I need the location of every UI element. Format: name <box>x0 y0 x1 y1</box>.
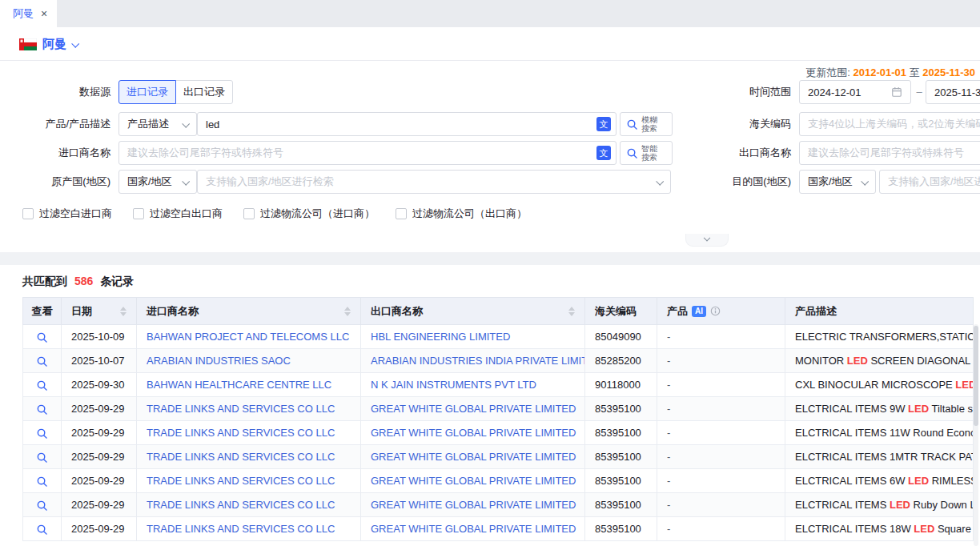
hs-code-input[interactable]: 支持4位以上海关编码，或2位海关编码加 <box>799 112 980 136</box>
origin-country-select[interactable]: 国家/地区 <box>118 170 197 194</box>
importer-link[interactable]: TRADE LINKS AND SERVICES CO LLC <box>147 523 335 535</box>
importer-link[interactable]: ARABIAN INDUSTRIES SAOC <box>147 355 291 367</box>
data-source-toggle: 进口记录 出口记录 <box>118 80 233 104</box>
exporter-link[interactable]: GREAT WHITE GLOBAL PRIVATE LIMITED <box>371 523 576 535</box>
checkbox-label: 过滤物流公司（出口商） <box>412 207 527 221</box>
exporter-label: 出口商名称 <box>701 141 791 165</box>
view-record-button[interactable] <box>36 403 48 416</box>
table-row: 2025-09-29 TRADE LINKS AND SERVICES CO L… <box>23 397 974 421</box>
table-row: 2025-09-29 TRADE LINKS AND SERVICES CO L… <box>23 421 974 445</box>
product-cell: - <box>657 493 785 517</box>
product-label: 产品/产品描述 <box>0 112 110 136</box>
description-cell: CXL BINOCULAR MICROSCOPE LED (... <box>785 373 974 397</box>
search-icon <box>626 118 638 130</box>
importer-link[interactable]: TRADE LINKS AND SERVICES CO LLC <box>147 475 335 487</box>
exporter-link[interactable]: GREAT WHITE GLOBAL PRIVATE LIMITED <box>371 499 576 511</box>
header-exporter[interactable]: 出口商名称 <box>361 298 585 325</box>
exporter-link[interactable]: ARABIAN INDUSTRIES INDIA PRIVATE LIMIT..… <box>371 355 585 367</box>
destination-country-label: 目的国(地区) <box>701 170 791 194</box>
tab-oman[interactable]: 阿曼 × <box>0 0 57 27</box>
exporter-link[interactable]: GREAT WHITE GLOBAL PRIVATE LIMITED <box>371 451 576 463</box>
product-type-select[interactable]: 产品描述 <box>118 112 197 136</box>
date-cell: 2025-09-29 <box>62 445 137 469</box>
product-cell: - <box>657 325 785 349</box>
exporter-link[interactable]: GREAT WHITE GLOBAL PRIVATE LIMITED <box>371 427 576 439</box>
tab-close-icon[interactable]: × <box>41 8 47 19</box>
chevron-down-icon <box>861 177 869 185</box>
sort-icon[interactable] <box>344 307 351 316</box>
info-icon[interactable] <box>710 306 721 316</box>
destination-country-input[interactable]: 支持输入国家/地区进行检索 <box>879 170 980 194</box>
scrollbar[interactable] <box>974 324 978 546</box>
table-body: 2025-10-09 BAHWAN PROJECT AND TELECOMS L… <box>23 325 974 541</box>
chevron-down-icon <box>71 40 79 48</box>
smart-search-button[interactable]: 智能 搜索 <box>620 141 673 165</box>
view-record-button[interactable] <box>36 428 48 440</box>
view-record-button[interactable] <box>36 379 48 391</box>
sort-icon[interactable] <box>120 307 127 316</box>
translate-icon[interactable]: 文 <box>596 117 611 131</box>
sort-icon[interactable] <box>568 307 575 316</box>
description-cell: ELCTRICAL ITEMS 9W LED Tiltable sp... <box>785 397 974 421</box>
header-view: 查看 <box>23 298 62 325</box>
header-date[interactable]: 日期 <box>62 298 137 325</box>
tab-label: 阿曼 <box>13 6 34 21</box>
exporter-link[interactable]: GREAT WHITE GLOBAL PRIVATE LIMITED <box>371 475 576 487</box>
view-record-button[interactable] <box>36 476 48 488</box>
view-record-button[interactable] <box>36 355 48 367</box>
fuzzy-search-button[interactable]: 模糊 搜索 <box>620 112 673 136</box>
collapse-filters-button[interactable] <box>685 234 729 247</box>
importer-link[interactable]: BAHWAN HEALTHCARE CENTRE LLC <box>147 379 331 391</box>
records-table: 查看 日期 进口商名称 <box>22 297 974 541</box>
exporter-placeholder: 建议去除公司尾部字符或特殊符号 <box>808 146 964 160</box>
country-selector[interactable]: 阿曼 <box>19 37 78 52</box>
update-range-start: 2012-01-01 <box>853 66 906 78</box>
hs-code-cell: 85395100 <box>585 517 657 541</box>
destination-country-select[interactable]: 国家/地区 <box>799 170 876 194</box>
date-cell: 2025-09-29 <box>62 493 137 517</box>
view-record-button[interactable] <box>36 331 48 343</box>
end-date-input[interactable]: 2025-11-30 <box>926 80 980 104</box>
exporter-link[interactable]: GREAT WHITE GLOBAL PRIVATE LIMITED <box>371 403 576 415</box>
importer-link[interactable]: TRADE LINKS AND SERVICES CO LLC <box>147 403 335 415</box>
product-cell: - <box>657 469 785 493</box>
import-records-button[interactable]: 进口记录 <box>118 80 176 104</box>
destination-type-value: 国家/地区 <box>808 175 853 189</box>
product-type-value: 产品描述 <box>127 117 169 131</box>
view-record-button[interactable] <box>36 524 48 536</box>
exporter-link[interactable]: N K JAIN INSTRUMENTS PVT LTD <box>371 379 536 391</box>
divider <box>0 60 980 61</box>
importer-link[interactable]: TRADE LINKS AND SERVICES CO LLC <box>147 499 335 511</box>
update-range-to: 至 <box>910 66 920 78</box>
start-date-input[interactable]: 2024-12-01 <box>799 80 911 104</box>
chevron-down-icon <box>182 177 190 185</box>
filter-blank-importer-checkbox[interactable]: 过滤空白进口商 <box>22 207 112 221</box>
exporter-link[interactable]: HBL ENGINEERING LIMITED <box>371 331 510 343</box>
view-record-button[interactable] <box>36 500 48 512</box>
table-row: 2025-10-07 ARABIAN INDUSTRIES SAOC ARABI… <box>23 349 974 373</box>
importer-link[interactable]: TRADE LINKS AND SERVICES CO LLC <box>147 427 335 439</box>
hs-code-cell: 85395100 <box>585 445 657 469</box>
product-input[interactable]: led 文 <box>197 112 617 136</box>
importer-input[interactable]: 建议去除公司尾部字符或特殊符号 文 <box>118 141 617 165</box>
checkbox-icon <box>396 208 407 219</box>
exporter-input[interactable]: 建议去除公司尾部字符或特殊符号 <box>799 141 980 165</box>
date-cell: 2025-09-29 <box>62 469 137 493</box>
results-count-suffix: 条记录 <box>100 275 134 287</box>
origin-country-label: 原产国(地区) <box>0 170 110 194</box>
filter-logistics-importer-checkbox[interactable]: 过滤物流公司（进口商） <box>243 207 375 221</box>
filter-blank-exporter-checkbox[interactable]: 过滤空白出口商 <box>133 207 223 221</box>
header-importer[interactable]: 进口商名称 <box>137 298 361 325</box>
export-records-button[interactable]: 出口记录 <box>175 80 233 104</box>
scrollbar-thumb[interactable] <box>974 326 978 426</box>
calendar-icon <box>891 86 902 98</box>
filter-logistics-exporter-checkbox[interactable]: 过滤物流公司（出口商） <box>396 207 527 221</box>
importer-link[interactable]: TRADE LINKS AND SERVICES CO LLC <box>147 451 335 463</box>
importer-link[interactable]: BAHWAN PROJECT AND TELECOMS LLC <box>147 331 349 343</box>
view-record-button[interactable] <box>36 452 48 464</box>
translate-icon[interactable]: 文 <box>596 146 611 160</box>
origin-country-input[interactable]: 支持输入国家/地区进行检索 <box>197 170 671 194</box>
description-cell: ELECTRIC TRANSFORMERS,STATIC C... <box>785 325 974 349</box>
origin-type-value: 国家/地区 <box>127 175 172 189</box>
description-cell: MONITOR LED SCREEN DIAGONAL S... <box>785 349 974 373</box>
